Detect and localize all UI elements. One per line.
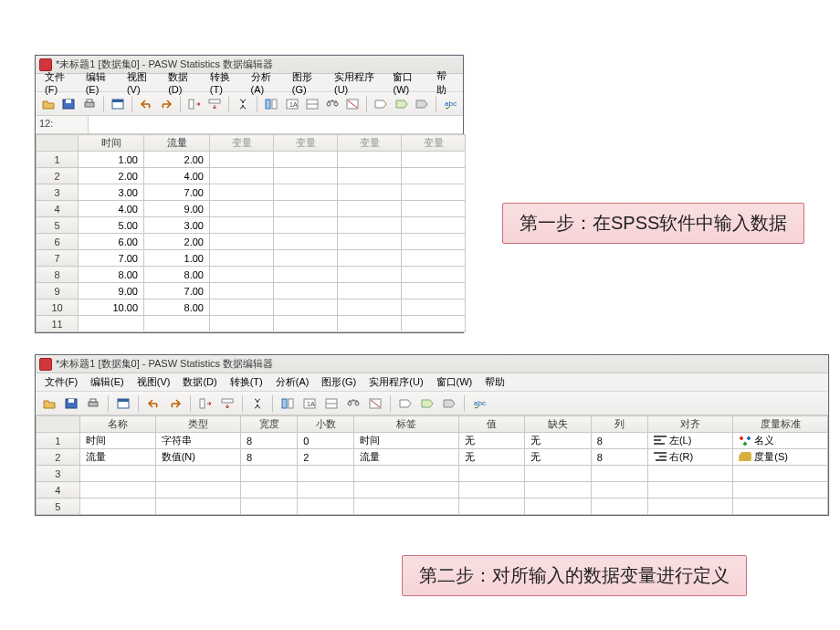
cell-empty[interactable] [338, 267, 402, 283]
cell-empty[interactable] [402, 217, 466, 234]
menu-data[interactable]: 数据(D) [177, 374, 222, 390]
undo-icon[interactable] [143, 394, 163, 413]
cell-empty[interactable] [338, 283, 402, 299]
cell-empty[interactable] [210, 184, 274, 201]
grid-corner[interactable] [37, 416, 80, 433]
cell-empty[interactable] [338, 152, 402, 168]
menu-view[interactable]: 视图(V) [121, 69, 161, 96]
cell-empty[interactable] [354, 482, 458, 499]
spellcheck-icon[interactable]: abc [469, 394, 489, 413]
cell-empty[interactable] [402, 201, 466, 217]
cell-align[interactable]: 左(L) [647, 433, 732, 449]
cell-empty[interactable] [79, 466, 155, 482]
cell-empty[interactable] [402, 316, 466, 332]
grid-corner[interactable] [37, 135, 79, 152]
select-cases-icon[interactable] [365, 394, 385, 413]
cell[interactable]: 7.00 [144, 184, 210, 201]
menu-graphs[interactable]: 图形(G) [316, 374, 362, 390]
row-header[interactable]: 1 [37, 152, 79, 168]
col-header[interactable]: 列 [591, 416, 647, 433]
cell-empty[interactable] [647, 466, 732, 482]
cell[interactable]: 2.00 [144, 152, 210, 168]
weight-cases-icon[interactable] [323, 95, 341, 113]
cell-value-input[interactable] [89, 116, 463, 133]
cell[interactable]: 8.00 [144, 299, 210, 316]
cell-empty[interactable] [79, 499, 155, 515]
show-all-icon[interactable] [413, 95, 431, 113]
cell-empty[interactable] [274, 299, 338, 316]
col-header[interactable]: 度量标准 [733, 416, 828, 433]
split-file-icon[interactable] [321, 394, 341, 413]
goto-case-icon[interactable] [185, 95, 204, 113]
use-sets-icon[interactable] [392, 95, 410, 113]
cell-empty[interactable] [240, 499, 297, 515]
cell-empty[interactable] [210, 267, 274, 283]
variable-grid[interactable]: 名称 类型 宽度 小数 标签 值 缺失 列 对齐 度量标准 1时间字符串80时间… [36, 415, 828, 515]
cell-empty[interactable] [298, 482, 354, 499]
cell-empty[interactable] [274, 152, 338, 168]
menu-graphs[interactable]: 图形(G) [287, 69, 327, 96]
cell[interactable]: 2.00 [79, 168, 144, 184]
col-header[interactable]: 对齐 [647, 416, 732, 433]
variables-icon[interactable] [262, 95, 280, 113]
save-icon[interactable] [59, 95, 78, 113]
col-header[interactable]: 名称 [79, 416, 155, 433]
print-icon[interactable] [79, 95, 98, 113]
cell-empty[interactable] [458, 466, 525, 482]
cell-align[interactable]: 右(R) [647, 449, 732, 466]
cell[interactable]: 6.00 [79, 234, 144, 250]
open-icon[interactable] [39, 394, 59, 413]
use-sets-icon[interactable] [417, 394, 437, 413]
row-header[interactable]: 4 [37, 201, 79, 217]
cell-empty[interactable] [210, 316, 274, 332]
cell-empty[interactable] [647, 499, 732, 515]
cell-measure[interactable]: 名义 [733, 433, 828, 449]
find-icon[interactable] [234, 95, 252, 113]
cell[interactable]: 8.00 [79, 267, 144, 283]
menu-transform[interactable]: 转换(T) [205, 69, 244, 96]
row-header[interactable]: 3 [37, 466, 80, 482]
cell-empty[interactable] [733, 499, 828, 515]
cell-empty[interactable] [338, 250, 402, 267]
cell-empty[interactable] [591, 499, 647, 515]
cell-empty[interactable] [402, 234, 466, 250]
cell[interactable]: 4.00 [79, 201, 144, 217]
cell-empty[interactable] [733, 482, 828, 499]
cell-empty[interactable] [210, 217, 274, 234]
row-header[interactable]: 9 [37, 283, 79, 299]
cell-empty[interactable] [298, 499, 354, 515]
cell-empty[interactable] [402, 184, 466, 201]
cell-empty[interactable] [79, 482, 155, 499]
cell-empty[interactable] [338, 168, 402, 184]
cell-name[interactable]: 流量 [79, 449, 155, 466]
undo-icon[interactable] [137, 95, 155, 113]
cell-empty[interactable] [591, 482, 647, 499]
select-cases-icon[interactable] [343, 95, 362, 113]
cell-decimals[interactable]: 2 [298, 449, 354, 466]
cell-empty[interactable] [210, 152, 274, 168]
save-icon[interactable] [61, 394, 81, 413]
cell-empty[interactable] [274, 217, 338, 234]
row-header[interactable]: 8 [37, 267, 79, 283]
cell-empty[interactable] [274, 267, 338, 283]
cell-empty[interactable] [402, 152, 466, 168]
weight-cases-icon[interactable] [343, 394, 363, 413]
menu-transform[interactable]: 转换(T) [225, 374, 268, 390]
cell-empty[interactable] [274, 168, 338, 184]
cell-width[interactable]: 8 [240, 449, 297, 466]
row-header[interactable]: 11 [37, 316, 79, 332]
col-header-empty[interactable]: 变量 [274, 135, 338, 152]
row-header[interactable]: 2 [37, 449, 80, 466]
titlebar[interactable]: *未标题1 [数据集0] - PASW Statistics 数据编辑器 [36, 355, 828, 373]
menu-window[interactable]: 窗口(W) [431, 374, 478, 390]
cell-decimals[interactable]: 0 [298, 433, 354, 449]
cell-missing[interactable]: 无 [525, 449, 592, 466]
cell[interactable] [144, 316, 210, 332]
cell-type[interactable]: 数值(N) [155, 449, 240, 466]
cell-empty[interactable] [240, 482, 297, 499]
cell[interactable]: 10.00 [79, 299, 144, 316]
cell-empty[interactable] [402, 267, 466, 283]
menu-file[interactable]: 文件(F) [39, 69, 79, 96]
cell-measure[interactable]: 度量(S) [733, 449, 828, 466]
cell[interactable]: 8.00 [144, 267, 210, 283]
